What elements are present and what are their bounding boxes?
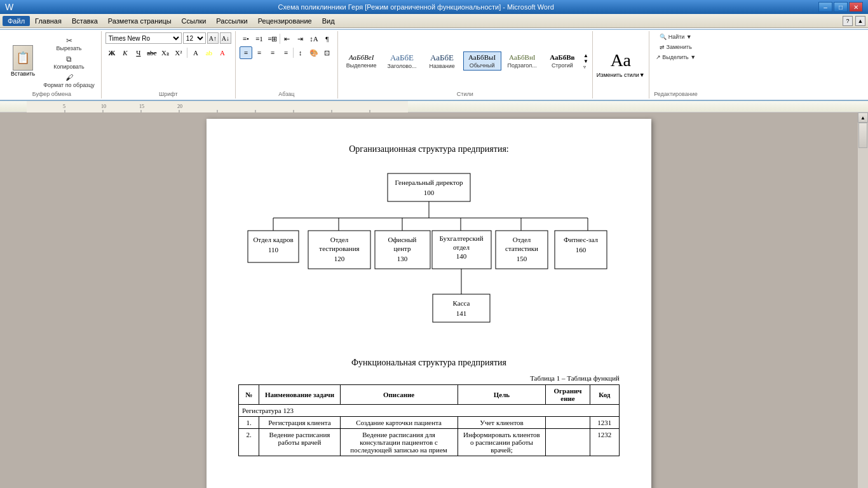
bold-button[interactable]: Ж — [105, 46, 118, 59]
borders-button[interactable]: ⊡ — [321, 46, 334, 59]
svg-text:тестирования: тестирования — [319, 245, 359, 252]
menu-bar: Файл Главная Вставка Разметка страницы С… — [0, 14, 868, 28]
change-styles-label[interactable]: Изменить стили▼ — [597, 72, 645, 78]
maximize-button[interactable]: □ — [834, 2, 848, 12]
multilevel-list-button[interactable]: ≡⊞ — [266, 32, 279, 45]
svg-text:130: 130 — [397, 255, 408, 262]
svg-rect-14 — [388, 173, 470, 201]
superscript-button[interactable]: X² — [172, 46, 185, 59]
ribbon: 📋 Вставить ✂ Вырезать ⧉ Копировать 🖌 — [0, 28, 868, 101]
row2-goal: Информировать клиентов о расписании рабо… — [458, 429, 546, 456]
table-row: 1. Регистрация клиента Создание карточки… — [239, 417, 620, 429]
svg-text:Офисный: Офисный — [388, 236, 416, 243]
close-button[interactable]: ✕ — [849, 2, 863, 12]
clipboard-label: Буфер обмена — [32, 90, 71, 97]
svg-text:Касса: Касса — [453, 299, 470, 307]
strikethrough-button[interactable]: аbс — [146, 46, 158, 59]
show-formatting-button[interactable]: ¶ — [321, 32, 334, 45]
svg-text:Генеральный директор: Генеральный директор — [395, 179, 463, 186]
org-chart-container: Генеральный директор 100 Отдел ка — [238, 167, 620, 345]
bullet-list-button[interactable]: ≡• — [240, 32, 252, 45]
italic-button[interactable]: К — [119, 46, 132, 59]
svg-text:Отдел: Отдел — [513, 236, 531, 243]
svg-text:150: 150 — [517, 255, 527, 262]
svg-text:15: 15 — [139, 104, 144, 109]
menu-view[interactable]: Вид — [317, 16, 340, 26]
row1-limit — [546, 417, 590, 429]
row2-code: 1232 — [590, 429, 619, 456]
font-size-select[interactable]: 12 — [183, 32, 206, 44]
font-name-select[interactable]: Times New Ro — [105, 32, 182, 44]
find-button[interactable]: 🔍 Найти ▼ — [657, 32, 695, 41]
ruler-svg: 5 10 15 20 — [27, 101, 408, 112]
scroll-thumb[interactable] — [858, 123, 867, 148]
shading-button[interactable]: 🎨 — [308, 46, 320, 59]
sort-button[interactable]: ↕A — [308, 32, 320, 45]
increase-indent-button[interactable]: ⇥ — [294, 32, 307, 45]
row1-code: 1231 — [590, 417, 619, 429]
justify-button[interactable]: ≡ — [280, 46, 292, 59]
scroll-track[interactable] — [858, 123, 867, 488]
divider — [187, 48, 187, 58]
underline-button[interactable]: Ч — [132, 46, 145, 59]
ribbon-minimize[interactable]: ▲ — [855, 16, 865, 26]
text-highlight-button[interactable]: аb — [203, 46, 215, 59]
style-heading[interactable]: АаБбЕ Заголово... — [383, 51, 421, 71]
svg-text:отдел: отдел — [453, 243, 470, 251]
align-center-button[interactable]: ≡ — [253, 46, 266, 59]
styles-group: АаБбВеI Выделение АаБбЕ Заголово... АаБб… — [338, 31, 593, 98]
title-bar: W Схема поликлинники Геря [Режим огранич… — [0, 0, 868, 14]
svg-text:Фитнес-зал: Фитнес-зал — [564, 236, 598, 243]
font-color-button[interactable]: A — [216, 46, 229, 59]
menu-page-layout[interactable]: Разметка страницы — [103, 16, 177, 26]
main-area: Организационная структура предприятия: Г… — [0, 112, 868, 488]
svg-text:120: 120 — [334, 255, 345, 262]
select-button[interactable]: ↗ Выделить ▼ — [653, 53, 698, 62]
decrease-indent-button[interactable]: ⇤ — [281, 32, 294, 45]
func-structure-title: Функциональная структура предприятия — [238, 358, 620, 368]
col-name-header: Наименование задачи — [259, 385, 340, 405]
scroll-up-button[interactable]: ▲ — [858, 112, 868, 123]
row1-desc: Создание карточки пациента — [340, 417, 458, 429]
format-painter-button[interactable]: 🖌 Формат по образцу — [41, 72, 97, 90]
window-title: Схема поликлинники Геря [Режим ограничен… — [13, 3, 818, 11]
col-goal-header: Цель — [458, 385, 546, 405]
row2-desc: Ведение расписания для консультации паци… — [340, 429, 458, 456]
change-styles-button[interactable]: Аа — [611, 50, 631, 71]
grow-font-button[interactable]: A↑ — [207, 32, 219, 44]
menu-file[interactable]: Файл — [3, 16, 30, 26]
paragraph-group: ≡• ≡1 ≡⊞ ⇤ ⇥ ↕A ¶ ≡ ≡ ≡ ≡ ↕ 🎨 — [236, 31, 338, 98]
vertical-scrollbar[interactable]: ▲ ▼ — [858, 112, 868, 488]
style-strong[interactable]: АаБбВв Строгий — [543, 51, 581, 70]
style-title[interactable]: АаБбЕ Название — [423, 51, 461, 71]
font-group: Times New Ro 12 A↑ A↓ Ж К Ч аbс X₂ X² — [102, 31, 236, 98]
subscript-button[interactable]: X₂ — [159, 46, 172, 59]
cut-button[interactable]: ✂ Вырезать — [41, 35, 97, 53]
svg-text:Отдел: Отдел — [330, 236, 349, 243]
menu-mailings[interactable]: Рассылки — [211, 16, 252, 26]
replace-button[interactable]: ⇌ Заменить — [657, 43, 695, 51]
style-normal[interactable]: АаБбВыI Обычный — [463, 51, 501, 70]
paste-button[interactable]: 📋 Вставить — [6, 43, 39, 79]
org-chart-svg: Генеральный директор 100 Отдел ка — [245, 167, 613, 345]
text-effects-button[interactable]: A — [189, 46, 202, 59]
menu-insert[interactable]: Вставка — [67, 16, 103, 26]
svg-text:160: 160 — [576, 246, 587, 254]
numbered-list-button[interactable]: ≡1 — [253, 32, 266, 45]
align-left-button[interactable]: ≡ — [240, 46, 252, 59]
shrink-font-button[interactable]: A↓ — [220, 32, 231, 44]
style-subtitle[interactable]: АаБбВнI Подзагол... — [503, 51, 541, 70]
line-spacing-button[interactable]: ↕ — [294, 46, 307, 59]
svg-text:100: 100 — [424, 189, 435, 196]
svg-text:Бухгалтерский: Бухгалтерский — [439, 234, 483, 242]
styles-scroll[interactable]: ▲ ▼ ▿ — [583, 51, 588, 71]
menu-home[interactable]: Главная — [30, 16, 67, 26]
menu-references[interactable]: Ссылки — [177, 16, 212, 26]
minimize-button[interactable]: – — [818, 2, 832, 12]
copy-button[interactable]: ⧉ Копировать — [41, 53, 97, 71]
style-highlight[interactable]: АаБбВеI Выделение — [342, 51, 381, 70]
menu-review[interactable]: Рецензирование — [253, 16, 317, 26]
ribbon-help[interactable]: ? — [843, 16, 853, 26]
align-right-button[interactable]: ≡ — [266, 46, 279, 59]
svg-text:110: 110 — [268, 246, 279, 254]
